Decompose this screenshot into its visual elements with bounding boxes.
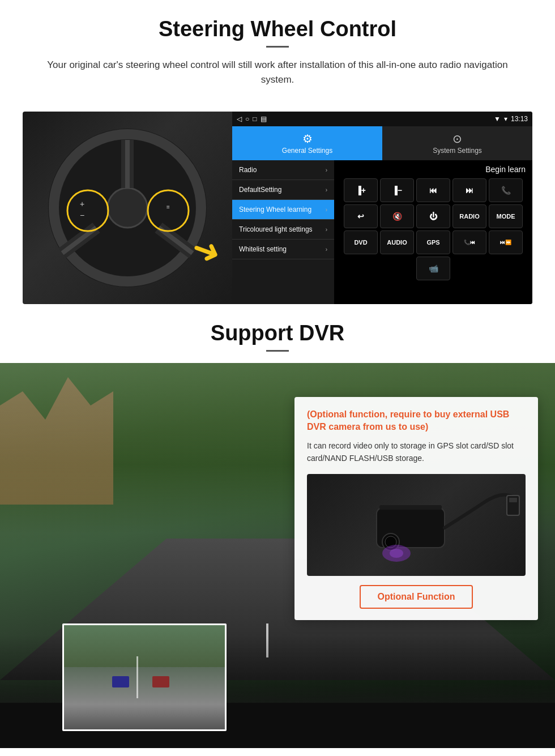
- subtitle-text: Your original car's steering wheel contr…: [34, 58, 521, 87]
- android-content: Radio › DefaultSetting › Steering Wheel …: [232, 160, 532, 304]
- phone-prev-icon: 📞⏮: [464, 240, 475, 245]
- status-menu-icon: ▤: [261, 115, 267, 123]
- page-title: Steering Wheel Control: [23, 17, 532, 41]
- record-button[interactable]: 📹: [416, 257, 450, 280]
- dvr-camera-svg: [309, 480, 524, 570]
- dvr-info-card: (Optional function, require to buy exter…: [294, 397, 538, 620]
- next-track-button[interactable]: ⏭: [452, 178, 486, 202]
- svg-text:+: +: [80, 199, 84, 208]
- radio-button[interactable]: RADIO: [452, 204, 486, 228]
- control-row-2: ↩ 🔇 ⏻ RADIO MOD: [336, 204, 530, 228]
- phone-prev-button[interactable]: 📞⏮: [452, 230, 486, 254]
- dvr-title-divider: [266, 350, 289, 352]
- begin-learn-row: Begin learn: [336, 163, 530, 176]
- dvr-section: Support DVR: [0, 304, 555, 748]
- next-next-button[interactable]: ⏭⏩: [489, 230, 523, 254]
- power-icon: ⏻: [429, 212, 437, 221]
- mute-button[interactable]: 🔇: [380, 204, 414, 228]
- steering-section: Steering Wheel Control Your original car…: [0, 0, 555, 304]
- radio-label: RADIO: [459, 213, 479, 220]
- signal-icon: ▼: [494, 115, 501, 123]
- dvr-title: Support DVR: [23, 321, 532, 345]
- steering-wheel-photo: + − ≡ ➜: [23, 112, 232, 304]
- next-track-icon: ⏭: [466, 186, 473, 195]
- android-tabs: ⚙ General Settings ⊙ System Settings: [232, 126, 532, 160]
- svg-text:−: −: [80, 211, 84, 220]
- tab-system[interactable]: ⊙ System Settings: [382, 126, 532, 160]
- menu-whitelist-label: Whitelist setting: [239, 245, 287, 253]
- menu-default-label: DefaultSetting: [239, 186, 281, 194]
- title-divider: [266, 46, 289, 48]
- screenshot-container: + − ≡ ➜ ◁ ○ □ ▤ ▼ ▾ 13: [23, 112, 532, 304]
- phone-icon: 📞: [501, 186, 511, 195]
- dvd-label: DVD: [354, 239, 367, 246]
- system-icon: ⊙: [452, 132, 462, 146]
- status-back-icon: ◁: [237, 115, 242, 123]
- inset-road-scene: [64, 625, 225, 729]
- mode-button[interactable]: MODE: [489, 204, 523, 228]
- next-next-icon: ⏭⏩: [500, 240, 511, 245]
- control-row-3: DVD AUDIO GPS 📞⏮: [336, 230, 530, 254]
- vol-plus-button[interactable]: ▐+: [344, 178, 378, 202]
- controls-panel: Begin learn ▐+ ▐− ⏮: [334, 160, 532, 304]
- begin-learn-button[interactable]: Begin learn: [485, 165, 526, 174]
- svg-rect-17: [379, 505, 442, 510]
- record-icon: 📹: [429, 264, 438, 273]
- chevron-right-icon: ›: [326, 187, 327, 193]
- power-button[interactable]: ⏻: [416, 204, 450, 228]
- audio-label: AUDIO: [387, 239, 407, 246]
- svg-rect-19: [509, 498, 517, 502]
- prev-track-icon: ⏮: [429, 186, 437, 195]
- dvr-title-area: Support DVR: [0, 304, 555, 363]
- back-icon: ↩: [357, 212, 364, 221]
- status-home-icon: ○: [245, 115, 249, 123]
- svg-point-2: [108, 188, 147, 228]
- vol-minus-icon: ▐−: [392, 186, 402, 195]
- vol-plus-icon: ▐+: [356, 186, 366, 195]
- tab-system-label: System Settings: [433, 147, 482, 155]
- settings-gear-icon: ⚙: [302, 132, 313, 146]
- steering-wheel-svg: + − ≡: [42, 123, 212, 293]
- audio-button[interactable]: AUDIO: [380, 230, 414, 254]
- phone-button[interactable]: 📞: [489, 178, 523, 202]
- tab-general-label: General Settings: [282, 147, 332, 155]
- mute-icon: 🔇: [392, 212, 402, 221]
- mode-label: MODE: [497, 213, 515, 220]
- svg-text:≡: ≡: [166, 204, 170, 210]
- gps-label: GPS: [426, 239, 439, 246]
- android-ui: ◁ ○ □ ▤ ▼ ▾ 13:13 ⚙ General Settings: [232, 112, 532, 304]
- tab-general[interactable]: ⚙ General Settings: [232, 126, 382, 160]
- svg-point-21: [390, 549, 403, 558]
- menu-radio-label: Radio: [239, 166, 257, 174]
- menu-item-defaultsetting[interactable]: DefaultSetting ›: [232, 180, 334, 200]
- prev-track-button[interactable]: ⏮: [416, 178, 450, 202]
- menu-column: Radio › DefaultSetting › Steering Wheel …: [232, 160, 334, 304]
- menu-steering-label: Steering Wheel learning: [239, 206, 311, 213]
- control-row-4: 📹: [336, 257, 530, 280]
- android-statusbar: ◁ ○ □ ▤ ▼ ▾ 13:13: [232, 112, 532, 126]
- control-row-1: ▐+ ▐− ⏮ ⏭ 📞: [336, 178, 530, 202]
- menu-item-radio[interactable]: Radio ›: [232, 160, 334, 180]
- status-square-icon: □: [253, 115, 257, 123]
- chevron-right-icon: ›: [326, 227, 327, 233]
- wifi-icon: ▾: [504, 115, 507, 123]
- back-button[interactable]: ↩: [344, 204, 378, 228]
- menu-tricoloured-label: Tricoloured light settings: [239, 225, 313, 233]
- dvr-preview-image: [62, 623, 227, 731]
- dvr-image-section: (Optional function, require to buy exter…: [0, 363, 555, 748]
- vol-minus-button[interactable]: ▐−: [380, 178, 414, 202]
- chevron-right-icon: ›: [326, 246, 327, 253]
- dvr-camera-image: [307, 474, 526, 576]
- dvr-optional-title: (Optional function, require to buy exter…: [307, 408, 526, 434]
- optional-function-button[interactable]: Optional Function: [360, 585, 473, 609]
- menu-item-tricoloured[interactable]: Tricoloured light settings ›: [232, 220, 334, 240]
- chevron-right-icon: ›: [326, 167, 327, 173]
- menu-item-steering-wheel[interactable]: Steering Wheel learning ›: [232, 200, 334, 220]
- gps-button[interactable]: GPS: [416, 230, 450, 254]
- status-time: 13:13: [511, 115, 528, 123]
- dvd-button[interactable]: DVD: [344, 230, 378, 254]
- menu-item-whitelist[interactable]: Whitelist setting ›: [232, 240, 334, 259]
- chevron-right-icon: ›: [326, 207, 327, 213]
- dvr-description: It can record video only to storage in G…: [307, 439, 526, 465]
